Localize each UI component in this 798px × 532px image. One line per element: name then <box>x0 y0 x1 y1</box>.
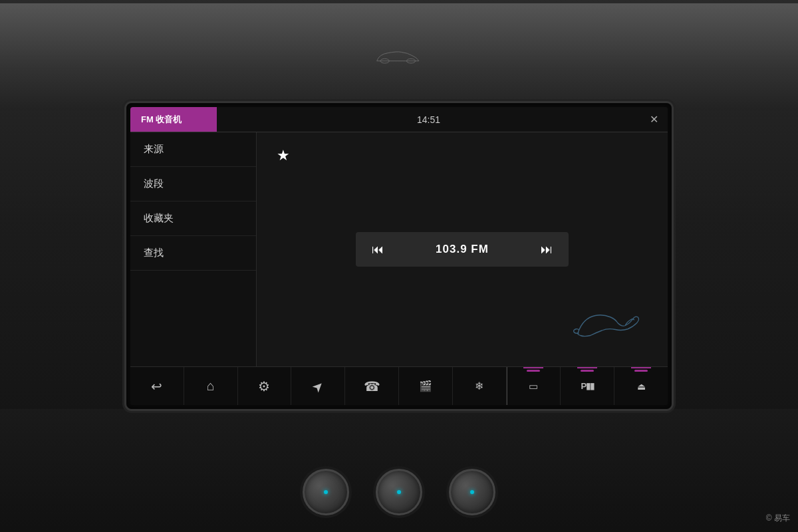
content-area: 来源 波段 收藏夹 查找 ★ <box>130 132 668 366</box>
toolbar-back-button[interactable]: ↩ <box>130 367 184 405</box>
toolbar-parking-button[interactable]: P▮▮ <box>561 367 614 405</box>
favorite-button[interactable]: ★ <box>277 147 290 164</box>
sidebar-item-source[interactable]: 来源 <box>130 132 256 167</box>
main-panel: ★ ⏮ 103.9 FM ⏭ <box>257 132 668 366</box>
toolbar: ↩ ⌂ ⚙ ➤ ☎ 🎬 ❄ <box>130 366 668 405</box>
climate-knob-right[interactable] <box>449 469 495 515</box>
car-surround: FM 收音机 14:51 ✕ 来源 波段 收藏夹 <box>0 0 798 532</box>
active-indicator-bar-3 <box>634 370 648 372</box>
sidebar-item-favorites[interactable]: 收藏夹 <box>130 201 256 236</box>
toolbar-camera-button[interactable]: ▭ <box>507 367 561 405</box>
screen-bezel: FM 收音机 14:51 ✕ 来源 波段 收藏夹 <box>126 103 672 409</box>
header-bar: FM 收音机 14:51 ✕ <box>130 107 668 132</box>
station-display: ⏮ 103.9 FM ⏭ <box>356 232 569 267</box>
climate-knob-center[interactable] <box>376 469 422 515</box>
dashboard-bottom <box>0 409 798 529</box>
toolbar-media-button[interactable]: 🎬 <box>399 367 453 405</box>
toolbar-climate-button[interactable]: ❄ <box>453 367 507 405</box>
dashboard-top <box>0 3 798 110</box>
next-station-button[interactable]: ⏭ <box>535 240 558 259</box>
toolbar-settings-button[interactable]: ⚙ <box>238 367 292 405</box>
climate-knob-left[interactable] <box>303 469 349 515</box>
sidebar-item-search[interactable]: 查找 <box>130 236 256 271</box>
clock-display: 14:51 <box>217 114 640 125</box>
toolbar-home-button[interactable]: ⌂ <box>184 367 238 405</box>
screen-title: FM 收音机 <box>130 107 217 132</box>
toolbar-phone-button[interactable]: ☎ <box>345 367 399 405</box>
car-silhouette <box>372 47 426 66</box>
toolbar-exit-button[interactable]: ⏏ <box>614 367 668 405</box>
jaguar-logo <box>568 307 648 346</box>
station-frequency: 103.9 FM <box>436 243 489 256</box>
watermark: © 易车 <box>766 513 790 524</box>
sidebar-item-band[interactable]: 波段 <box>130 167 256 201</box>
infotainment-screen: FM 收音机 14:51 ✕ 来源 波段 收藏夹 <box>130 107 668 405</box>
toolbar-navigation-button[interactable]: ➤ <box>291 367 345 405</box>
sidebar-menu: 来源 波段 收藏夹 查找 <box>130 132 257 366</box>
close-button[interactable]: ✕ <box>640 113 668 126</box>
prev-station-button[interactable]: ⏮ <box>366 240 389 259</box>
active-indicator-bar <box>527 370 540 372</box>
active-indicator-bar-2 <box>581 370 594 372</box>
